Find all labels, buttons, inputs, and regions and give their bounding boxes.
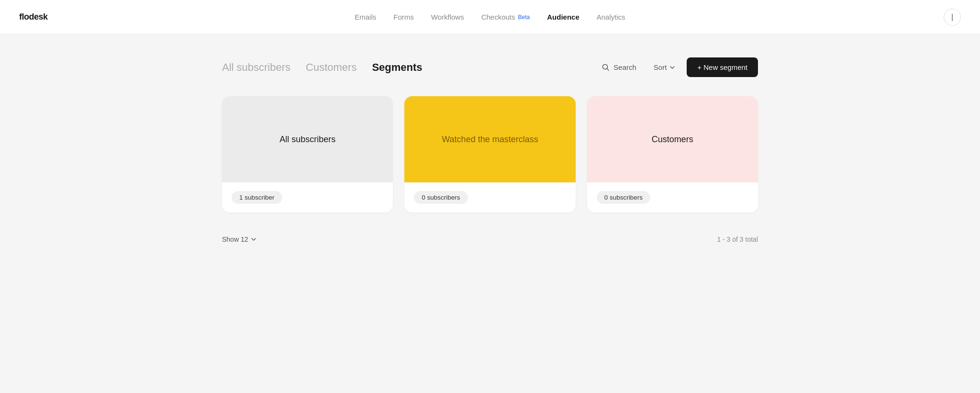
- card-footer: 0 subscribers: [587, 182, 758, 213]
- card-color-block: All subscribers: [222, 96, 393, 182]
- nav-link-workflows[interactable]: Workflows: [431, 13, 464, 21]
- sort-button[interactable]: Sort: [648, 59, 681, 75]
- sort-label: Sort: [654, 63, 667, 71]
- show-label: Show 12: [222, 236, 248, 243]
- segment-card-customers[interactable]: Customers 0 subscribers: [587, 96, 758, 213]
- nav-link-emails[interactable]: Emails: [355, 13, 376, 21]
- subscriber-badge: 1 subscriber: [232, 191, 282, 204]
- tabs-actions: Search Sort + New segment: [596, 57, 758, 77]
- subscriber-badge: 0 subscribers: [597, 191, 650, 204]
- tab-group: All subscribersCustomersSegments: [222, 61, 596, 74]
- nav-link-checkouts[interactable]: CheckoutsBeta: [481, 13, 530, 21]
- tab-all-subscribers[interactable]: All subscribers: [222, 61, 290, 74]
- card-name: Customers: [642, 135, 703, 145]
- segment-card-all-subscribers[interactable]: All subscribers 1 subscriber: [222, 96, 393, 213]
- search-icon: [602, 64, 610, 71]
- nav-link-forms[interactable]: Forms: [393, 13, 414, 21]
- chevron-down-icon: [669, 65, 675, 70]
- chevron-down-icon: [251, 236, 256, 242]
- pagination-info: 1 - 3 of 3 total: [717, 236, 758, 243]
- tab-customers[interactable]: Customers: [306, 61, 356, 74]
- show-button[interactable]: Show 12: [222, 236, 256, 243]
- main-content: All subscribersCustomersSegments Search …: [203, 34, 777, 266]
- card-name: All subscribers: [270, 135, 345, 145]
- nav-links: EmailsFormsWorkflowsCheckoutsBetaAudienc…: [355, 13, 625, 21]
- navbar: flodesk EmailsFormsWorkflowsCheckoutsBet…: [0, 0, 980, 34]
- segments-grid: All subscribers 1 subscriber Watched the…: [222, 96, 758, 213]
- new-segment-button[interactable]: + New segment: [687, 57, 758, 77]
- subscriber-badge: 0 subscribers: [414, 191, 468, 204]
- segment-card-watched-masterclass[interactable]: Watched the masterclass 0 subscribers: [404, 96, 575, 213]
- card-name: Watched the masterclass: [432, 135, 547, 145]
- card-footer: 1 subscriber: [222, 182, 393, 213]
- nav-link-label-checkouts: Checkouts: [481, 13, 515, 21]
- tabs-row: All subscribersCustomersSegments Search …: [222, 57, 758, 77]
- footer-row: Show 12 1 - 3 of 3 total: [222, 236, 758, 243]
- search-button[interactable]: Search: [596, 59, 642, 75]
- new-segment-label: + New segment: [697, 63, 747, 71]
- nav-link-analytics[interactable]: Analytics: [597, 13, 625, 21]
- card-footer: 0 subscribers: [404, 182, 575, 213]
- card-color-block: Watched the masterclass: [404, 96, 575, 182]
- tab-segments[interactable]: Segments: [372, 61, 422, 74]
- logo: flodesk: [19, 12, 48, 22]
- card-color-block: Customers: [587, 96, 758, 182]
- nav-link-audience[interactable]: Audience: [547, 13, 579, 21]
- search-label: Search: [613, 63, 636, 71]
- avatar[interactable]: |: [944, 9, 961, 26]
- beta-badge: Beta: [518, 14, 530, 21]
- svg-line-1: [607, 68, 609, 70]
